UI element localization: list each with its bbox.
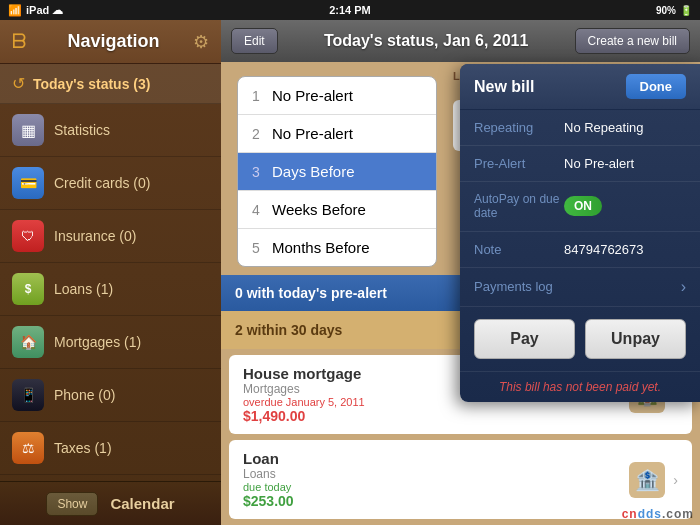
credit-cards-icon: 💳 (12, 167, 44, 199)
new-bill-overlay: New bill Done Repeating No Repeating Pre… (460, 64, 700, 402)
sidebar-item-insurance[interactable]: 🛡 Insurance (0) (0, 210, 221, 263)
sidebar-item-credit-cards[interactable]: 💳 Credit cards (0) (0, 157, 221, 210)
picker-num-3: 3 (252, 164, 272, 180)
watermark: cndds.com (622, 507, 694, 521)
status-left: 📶 iPad ☁ (8, 4, 63, 17)
picker-row-1[interactable]: 1 No Pre-alert (238, 77, 436, 115)
sidebar-title: Navigation (67, 31, 159, 52)
new-bill-title: New bill (474, 78, 534, 96)
insurance-icon: 🛡 (12, 220, 44, 252)
sidebar-item-loans[interactable]: $ Loans (1) (0, 263, 221, 316)
today-status-label: Today's status (3) (33, 76, 150, 92)
status-time: 2:14 PM (329, 4, 371, 16)
picker-row-5[interactable]: 5 Months Before (238, 229, 436, 266)
picker-row-4[interactable]: 4 Weeks Before (238, 191, 436, 229)
picker-label-5: Months Before (272, 239, 422, 256)
phone-icon: 📱 (12, 379, 44, 411)
picker-label-1: No Pre-alert (272, 87, 422, 104)
picker-num-4: 4 (252, 202, 272, 218)
create-new-bill-button[interactable]: Create a new bill (575, 28, 690, 54)
pay-button[interactable]: Pay (474, 319, 575, 359)
new-bill-repeating-row: Repeating No Repeating (460, 110, 700, 146)
picker-row-2[interactable]: 2 No Pre-alert (238, 115, 436, 153)
note-value: 84794762673 (564, 242, 686, 257)
bill-name-loan: Loan (243, 450, 621, 467)
repeating-value: No Repeating (564, 120, 686, 135)
picker-list: 1 No Pre-alert 2 No Pre-alert 3 Days Bef… (237, 76, 437, 267)
chevron-right-icon-payments: › (681, 278, 686, 296)
watermark-dds: dds (638, 507, 662, 521)
status-right: 90% 🔋 (656, 5, 692, 16)
bill-amount-mortgage: $1,490.00 (243, 408, 621, 424)
main-header: Edit Today's status, Jan 6, 2011 Create … (221, 20, 700, 62)
repeating-key: Repeating (474, 120, 564, 135)
main-content: Edit Today's status, Jan 6, 2011 Create … (221, 20, 700, 525)
new-bill-autopay-row: AutoPay on due date ON (460, 182, 700, 232)
sidebar-items: ↺ Today's status (3) ▦ Statistics 💳 Cred… (0, 64, 221, 481)
watermark-cn: cn (622, 507, 638, 521)
brand-icon: ᗷ (12, 30, 26, 53)
picker-num-5: 5 (252, 240, 272, 256)
prealert-value: No Pre-alert (564, 156, 686, 171)
edit-button[interactable]: Edit (231, 28, 278, 54)
picker-row-3[interactable]: 3 Days Before (238, 153, 436, 191)
bill-info-loan: Loan Loans due today $253.00 (243, 450, 621, 509)
thirty-days-label: 2 within 30 days (235, 322, 342, 338)
payments-log-label: Payments log (474, 279, 553, 294)
status-ipad: iPad ☁ (26, 4, 63, 17)
bill-cat-loan: Loans (243, 467, 621, 481)
bill-icon-loan: 🏦 (629, 462, 665, 498)
loans-icon: $ (12, 273, 44, 305)
credit-cards-label: Credit cards (0) (54, 175, 150, 191)
sidebar-bottom-row: Show Calendar (46, 492, 174, 516)
new-bill-header: New bill Done (460, 64, 700, 110)
main-header-title: Today's status, Jan 6, 2011 (324, 32, 529, 50)
pay-unpay-row: Pay Unpay (460, 307, 700, 372)
picker-label-3: Days Before (272, 163, 422, 180)
unpay-button[interactable]: Unpay (585, 319, 686, 359)
sidebar-item-today-status[interactable]: ↺ Today's status (3) (0, 64, 221, 104)
phone-label: Phone (0) (54, 387, 115, 403)
today-status-icon: ↺ (12, 74, 25, 93)
mortgages-icon: 🏠 (12, 326, 44, 358)
sidebar: ᗷ Navigation ⚙ ↺ Today's status (3) ▦ St… (0, 20, 221, 525)
sidebar-item-phone[interactable]: 📱 Phone (0) (0, 369, 221, 422)
taxes-label: Taxes (1) (54, 440, 112, 456)
picker-label-4: Weeks Before (272, 201, 422, 218)
app-container: ᗷ Navigation ⚙ ↺ Today's status (3) ▦ St… (0, 20, 700, 525)
picker-num-2: 2 (252, 126, 272, 142)
taxes-icon: ⚖ (12, 432, 44, 464)
statistics-label: Statistics (54, 122, 110, 138)
calendar-label[interactable]: Calendar (110, 495, 174, 512)
autopay-key: AutoPay on due date (474, 192, 564, 221)
autopay-toggle[interactable]: ON (564, 196, 602, 216)
battery-label: 90% (656, 5, 676, 16)
payments-log-row[interactable]: Payments log › (460, 268, 700, 307)
insurance-label: Insurance (0) (54, 228, 136, 244)
picker-num-1: 1 (252, 88, 272, 104)
prealert-key: Pre-Alert (474, 156, 564, 171)
sidebar-item-statistics[interactable]: ▦ Statistics (0, 104, 221, 157)
statistics-icon: ▦ (12, 114, 44, 146)
loans-label: Loans (1) (54, 281, 113, 297)
new-bill-prealert-row: Pre-Alert No Pre-alert (460, 146, 700, 182)
status-bar: 📶 iPad ☁ 2:14 PM 90% 🔋 (0, 0, 700, 20)
gear-icon[interactable]: ⚙ (193, 31, 209, 53)
bill-due-loan: due today (243, 481, 621, 493)
battery-icon: 🔋 (680, 5, 692, 16)
mortgages-label: Mortgages (1) (54, 334, 141, 350)
show-button[interactable]: Show (46, 492, 98, 516)
new-bill-note-row: Note 84794762673 (460, 232, 700, 268)
not-paid-message: This bill has not been paid yet. (460, 372, 700, 402)
done-button[interactable]: Done (626, 74, 687, 99)
bill-amount-loan: $253.00 (243, 493, 621, 509)
sidebar-bottom: Show Calendar (0, 481, 221, 525)
sidebar-item-mortgages[interactable]: 🏠 Mortgages (1) (0, 316, 221, 369)
picker-label-2: No Pre-alert (272, 125, 422, 142)
wifi-icon: 📶 (8, 4, 22, 17)
chevron-right-icon-loan: › (673, 472, 678, 488)
note-key: Note (474, 242, 564, 257)
sidebar-header: ᗷ Navigation ⚙ (0, 20, 221, 64)
sidebar-item-taxes[interactable]: ⚖ Taxes (1) (0, 422, 221, 475)
